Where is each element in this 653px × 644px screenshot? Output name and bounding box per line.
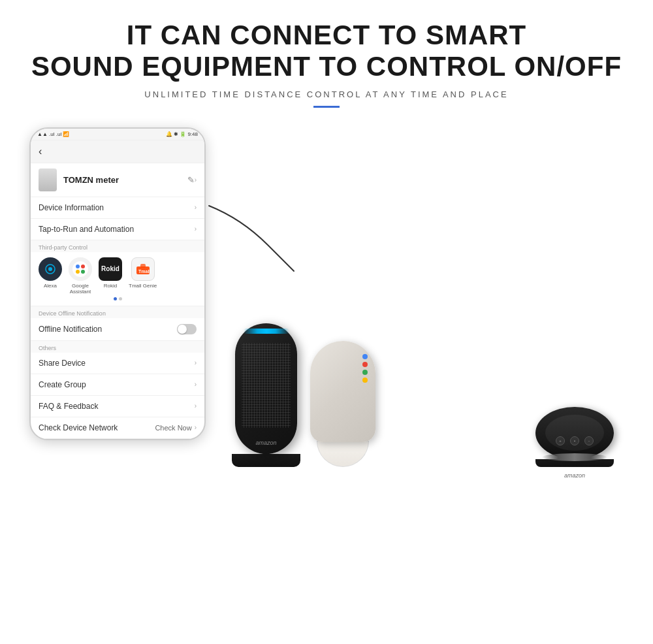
share-label: Share Device [39,359,195,368]
offline-toggle[interactable] [177,324,197,334]
menu-item-faq[interactable]: FAQ & Feedback › [31,396,204,417]
device-chevron: › [195,176,197,184]
phone-container: ▲▲ .ul .ul 📶 🔔 ✱ 🔋 9:48 ‹ [20,127,215,487]
google-body [310,341,375,442]
dot-active [114,297,117,300]
dot-top: + • - [545,415,604,451]
svg-rect-3 [45,182,50,183]
status-bar: ▲▲ .ul .ul 📶 🔔 ✱ 🔋 9:48 [31,129,204,140]
alexa-label: Alexa [44,283,57,289]
offline-notification-text: Offline Notification [39,325,177,334]
dot-btn-1: + [556,436,565,445]
svg-point-12 [81,270,85,274]
menu-item-label: Device Information [39,203,195,212]
menu-item-device-info[interactable]: Device Information › [31,197,204,219]
google-bottom [317,441,369,467]
amazon-echo: amazon [235,323,300,467]
svg-rect-0 [41,170,54,188]
menu-item-tap-run[interactable]: Tap-to-Run and Automation › [31,219,204,240]
main-title-line1: IT CAN CONNECT TO SMART [0,20,653,51]
google-label: GoogleAssistant [70,283,91,295]
echo-ring [244,329,289,334]
google-home [310,341,375,467]
chevron-icon: › [195,359,197,366]
offline-label: Device Offline Notification [31,306,204,318]
group-label: Create Group [39,380,195,389]
third-party-section: Alexa [31,252,204,306]
tp-tmall[interactable]: Tmall Tmall Genie [129,257,157,289]
google-dot-red [362,362,368,367]
divider [313,106,340,108]
alexa-icon [39,257,62,281]
chevron-icon: › [195,402,197,410]
content-area: ▲▲ .ul .ul 📶 🔔 ✱ 🔋 9:48 ‹ [0,127,653,487]
back-icon[interactable]: ‹ [39,146,42,157]
network-label: Check Device Network [39,423,155,432]
google-dot-blue [362,354,368,359]
status-right: 🔔 ✱ 🔋 9:48 [166,131,198,137]
device-name: TOMZN meter [63,175,187,185]
status-left: ▲▲ .ul .ul 📶 [37,131,69,137]
header-section: IT CAN CONNECT TO SMART SOUND EQUIPMENT … [0,0,653,108]
menu-item-label: Tap-to-Run and Automation [39,225,195,234]
svg-point-10 [76,265,80,268]
svg-point-11 [81,265,85,268]
chevron-icon: › [195,424,197,431]
menu-item-share[interactable]: Share Device › [31,353,204,374]
svg-rect-4 [45,184,50,185]
device-icon [39,169,57,191]
svg-point-13 [76,270,80,274]
toggle-knob [178,325,187,334]
edit-icon[interactable]: ✎ [187,175,195,185]
dot-body: + • - [535,407,614,459]
rokid-icon: Rokid [99,257,122,281]
google-icon [69,257,92,281]
svg-rect-1 [42,171,53,187]
tmall-label: Tmall Genie [129,283,157,289]
echo-mesh [242,343,291,428]
svg-rect-15 [140,264,146,268]
google-dot-green [362,370,368,375]
phone-back-header: ‹ [31,140,204,163]
third-party-label: Third-party Control [31,240,204,252]
tp-alexa[interactable]: Alexa [39,257,62,289]
tmall-icon: Tmall [131,257,155,281]
chevron-icon: › [195,204,197,211]
dot-inactive [119,297,122,300]
google-dot-yellow [362,378,368,383]
dot-brand: amazon [564,472,585,479]
dot-btn-3: - [584,436,594,445]
subtitle: UNLIMITED TIME DISTANCE CONTROL AT ANY T… [0,89,653,99]
tp-google[interactable]: GoogleAssistant [69,257,92,295]
svg-point-7 [48,267,52,271]
echo-brand: amazon [255,440,276,446]
dot-controls: + • - [556,436,594,445]
tp-rokid[interactable]: Rokid Rokid [99,257,122,289]
phone-mockup: ▲▲ .ul .ul 📶 🔔 ✱ 🔋 9:48 ‹ [29,127,206,440]
carousel-dots [39,297,197,300]
svg-point-9 [72,261,88,277]
speakers-area: amazon + • [215,127,633,487]
third-party-icons: Alexa [39,257,197,295]
check-now-value: Check Now [155,424,191,432]
others-label: Others [31,341,204,353]
dot-ring [542,453,607,461]
echo-base [232,454,300,467]
svg-text:Tmall: Tmall [138,269,150,274]
svg-rect-2 [44,172,52,179]
device-row: TOMZN meter ✎ › [31,163,204,197]
chevron-icon: › [195,381,197,388]
menu-item-group[interactable]: Create Group › [31,374,204,396]
main-title-line2: SOUND EQUIPMENT TO CONTROL ON/OFF [0,51,653,82]
menu-item-network[interactable]: Check Device Network Check Now › [31,417,204,439]
chevron-icon: › [195,225,197,233]
offline-notification-item: Offline Notification [31,318,204,341]
dot-btn-2: • [570,436,579,445]
rokid-label: Rokid [104,283,117,289]
google-dots [362,354,368,383]
echo-body: amazon [235,323,297,454]
faq-label: FAQ & Feedback [39,402,195,411]
amazon-echo-dot: + • - amazon [535,407,614,467]
